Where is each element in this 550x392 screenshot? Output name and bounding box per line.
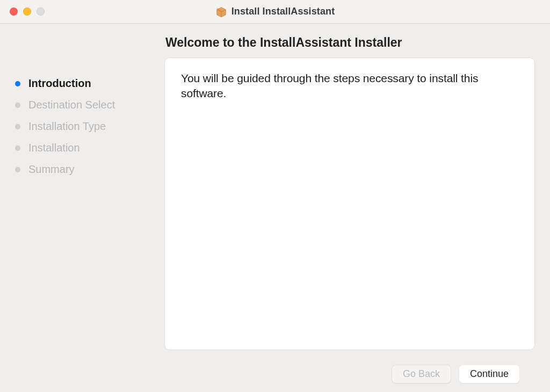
window-body: Introduction Destination Select Installa… (0, 24, 550, 392)
step-label: Installation (28, 142, 80, 154)
step-bullet-icon (15, 81, 20, 86)
package-icon (215, 6, 227, 18)
intro-text: You will be guided through the steps nec… (181, 71, 518, 101)
step-label: Introduction (28, 77, 91, 90)
step-label: Destination Select (28, 99, 115, 111)
step-bullet-icon (15, 124, 20, 129)
window-controls (0, 8, 45, 16)
continue-button[interactable]: Continue (459, 365, 520, 383)
window-title-text: Install InstallAssistant (231, 6, 335, 17)
svg-marker-0 (217, 7, 226, 17)
step-bullet-icon (15, 146, 20, 151)
content-card: You will be guided through the steps nec… (164, 57, 535, 350)
main-pane: Welcome to the InstallAssistant Installe… (161, 24, 550, 392)
titlebar: Install InstallAssistant (0, 0, 550, 24)
step-label: Installation Type (28, 120, 106, 133)
step-installation-type: Installation Type (15, 120, 161, 133)
zoom-window-button (37, 8, 45, 16)
go-back-button: Go Back (392, 365, 451, 383)
step-destination-select: Destination Select (15, 99, 161, 111)
step-bullet-icon (15, 103, 20, 108)
minimize-window-button[interactable] (23, 8, 31, 16)
window-title: Install InstallAssistant (0, 6, 550, 18)
footer-buttons: Go Back Continue (164, 355, 535, 392)
close-window-button[interactable] (10, 8, 18, 16)
steps-sidebar: Introduction Destination Select Installa… (0, 24, 161, 392)
page-heading: Welcome to the InstallAssistant Installe… (165, 35, 535, 50)
installer-window: Install InstallAssistant Introduction De… (0, 0, 550, 392)
step-summary: Summary (15, 163, 161, 176)
svg-marker-2 (217, 8, 221, 12)
step-installation: Installation (15, 142, 161, 154)
step-bullet-icon (15, 167, 20, 172)
step-label: Summary (28, 163, 75, 176)
step-introduction: Introduction (15, 77, 161, 90)
